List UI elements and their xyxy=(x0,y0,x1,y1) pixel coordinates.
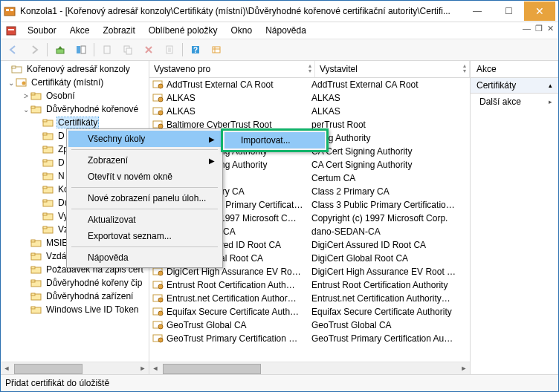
menu-item[interactable]: Nové zobrazení panelu úloh... xyxy=(68,190,221,206)
certificate-icon xyxy=(152,320,164,330)
scroll-thumb[interactable] xyxy=(163,364,261,374)
column-header-issuer[interactable]: Vystavitel▴▾ xyxy=(315,61,470,77)
show-hide-tree-button[interactable] xyxy=(71,41,91,59)
svg-point-54 xyxy=(158,84,163,88)
context-submenu[interactable]: Importovat... xyxy=(221,128,329,152)
menu-bar[interactable]: Soubor Akce Zobrazit Oblíbené položky Ok… xyxy=(1,22,558,39)
folder-icon xyxy=(42,224,54,235)
maximize-button[interactable]: ☐ xyxy=(493,1,524,21)
menu-item[interactable]: Otevřít v novém okně xyxy=(68,169,221,185)
tree-item[interactable]: Windows Live ID Token xyxy=(1,303,149,316)
mdi-restore-icon[interactable]: ❐ xyxy=(535,24,543,33)
svg-rect-52 xyxy=(31,307,35,309)
copy-button[interactable] xyxy=(118,41,138,59)
svg-rect-34 xyxy=(43,186,47,189)
menu-napoveda[interactable]: Nápověda xyxy=(259,24,312,37)
folder-icon xyxy=(42,171,54,181)
svg-rect-48 xyxy=(31,280,35,282)
help-button[interactable]: ? xyxy=(186,41,205,59)
tree-scrollbar-h[interactable]: ◄ ► xyxy=(1,362,149,374)
toolbar: ? xyxy=(1,39,558,61)
mdi-minimize-icon[interactable]: — xyxy=(523,24,531,33)
tree-item[interactable]: Důvěryhodné kořeny čip xyxy=(1,276,149,290)
list-item[interactable]: GeoTrust Primary Certification …GeoTrust… xyxy=(149,332,470,345)
list-item[interactable]: Entrust.net Certification Author…Entrust… xyxy=(149,292,470,305)
scroll-left-icon[interactable]: ◄ xyxy=(149,363,161,373)
close-button[interactable]: ✕ xyxy=(524,1,555,21)
certificate-icon xyxy=(152,93,164,103)
svg-rect-7 xyxy=(81,46,85,53)
menu-akce[interactable]: Akce xyxy=(64,24,96,37)
context-menu[interactable]: Všechny úkoly▶Zobrazení▶Otevřít v novém … xyxy=(66,128,223,268)
svg-rect-1 xyxy=(6,9,9,11)
folder-icon xyxy=(30,238,42,248)
menu-zobrazit[interactable]: Zobrazit xyxy=(97,24,140,37)
scroll-right-icon[interactable]: ► xyxy=(458,363,470,373)
svg-rect-28 xyxy=(43,146,47,148)
folder-icon xyxy=(11,64,23,74)
up-button[interactable] xyxy=(51,41,70,59)
menu-item-import[interactable]: Importovat... xyxy=(224,132,325,148)
scroll-thumb[interactable] xyxy=(14,364,83,374)
mdi-close-icon[interactable]: ✕ xyxy=(547,24,554,33)
folder-icon xyxy=(42,144,54,154)
tree-cert-root[interactable]: ⌄Certifikáty (místní) xyxy=(1,76,149,89)
list-scrollbar-h[interactable]: ◄ ► xyxy=(149,362,470,374)
menu-soubor[interactable]: Soubor xyxy=(22,24,62,37)
list-item[interactable]: GeoTrust Global CAGeoTrust Global CA xyxy=(149,318,470,332)
menu-item[interactable]: Exportovat seznam... xyxy=(68,228,221,244)
tree-item[interactable]: >Osobní xyxy=(1,89,149,102)
svg-rect-26 xyxy=(43,133,47,135)
forward-button[interactable] xyxy=(25,41,44,59)
svg-point-82 xyxy=(158,271,163,275)
minimize-button[interactable]: — xyxy=(462,1,493,21)
tree-item[interactable]: Certifikáty xyxy=(1,116,149,129)
expand-icon[interactable]: > xyxy=(22,92,30,100)
delete-button[interactable] xyxy=(139,41,158,59)
folder-icon xyxy=(42,197,54,208)
column-header-issued-to[interactable]: Vystaveno pro▴▾ xyxy=(149,61,315,77)
expand-icon[interactable]: ⌄ xyxy=(22,105,30,114)
menu-oblibene[interactable]: Oblíbené položky xyxy=(143,24,224,37)
menu-item[interactable]: Nápověda xyxy=(68,249,221,266)
svg-rect-14 xyxy=(213,47,220,53)
collapse-icon: ▴ xyxy=(549,82,552,89)
tree-root[interactable]: Kořenový adresář konzoly xyxy=(1,62,149,76)
svg-rect-24 xyxy=(43,120,47,122)
actions-section[interactable]: Certifikáty▴ xyxy=(471,78,558,94)
svg-rect-10 xyxy=(126,48,132,54)
menu-item[interactable]: Zobrazení▶ xyxy=(68,152,221,169)
menu-separator xyxy=(71,149,218,150)
scroll-track[interactable] xyxy=(13,363,137,373)
list-item[interactable]: AddTrust External CA RootAddTrust Extern… xyxy=(149,78,470,91)
menu-item[interactable]: Všechny úkoly▶ xyxy=(68,131,221,147)
scroll-track[interactable] xyxy=(161,363,458,373)
properties-button[interactable] xyxy=(160,41,179,59)
folder-icon xyxy=(30,251,42,261)
collapse-icon[interactable]: ⌄ xyxy=(7,79,16,87)
window-controls: — ☐ ✕ xyxy=(462,1,555,21)
actions-more[interactable]: Další akce▸ xyxy=(471,94,558,110)
view-button[interactable] xyxy=(207,41,226,59)
menu-okno[interactable]: Okno xyxy=(224,24,258,37)
list-item[interactable]: Entrust Root Certification Auth…Entrust … xyxy=(149,278,470,292)
chevron-right-icon: ▸ xyxy=(549,98,552,105)
svg-rect-20 xyxy=(31,93,35,95)
cut-button[interactable] xyxy=(97,41,117,59)
svg-point-58 xyxy=(158,111,163,115)
svg-rect-0 xyxy=(4,7,15,16)
list-item[interactable]: ALKASALKAS xyxy=(149,91,470,105)
scroll-left-icon[interactable]: ◄ xyxy=(1,363,13,373)
separator xyxy=(182,43,183,56)
svg-rect-6 xyxy=(77,46,80,53)
folder-icon xyxy=(42,184,54,195)
menu-item[interactable]: Aktualizovat xyxy=(68,212,221,228)
list-item[interactable]: Equifax Secure Certificate Auth…Equifax … xyxy=(149,305,470,318)
list-item[interactable]: ALKASALKAS xyxy=(149,105,470,118)
title-bar[interactable]: Konzola1 - [Kořenový adresář konzoly\Cer… xyxy=(1,1,558,22)
document-icon xyxy=(5,24,17,36)
tree-item[interactable]: Důvěryhodná zařízení xyxy=(1,290,149,303)
tree-item[interactable]: ⌄Důvěryhodné kořenové xyxy=(1,102,149,116)
scroll-right-icon[interactable]: ► xyxy=(137,363,149,373)
back-button[interactable] xyxy=(4,41,23,59)
